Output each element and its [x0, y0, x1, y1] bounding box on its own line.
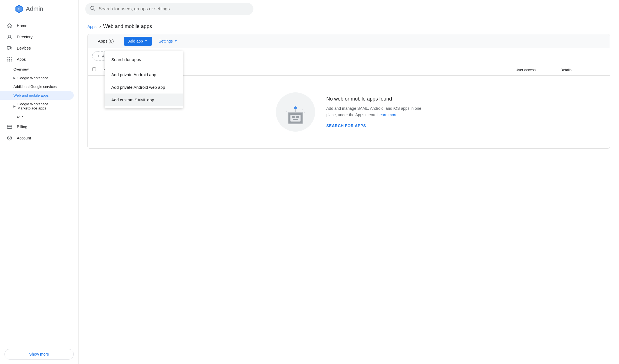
th-checkbox: [92, 67, 103, 72]
google-admin-logo: G: [15, 4, 24, 13]
home-label: Home: [17, 24, 27, 28]
svg-rect-4: [7, 46, 11, 49]
svg-line-20: [94, 9, 95, 11]
th-details: Details: [560, 68, 605, 72]
svg-rect-5: [10, 47, 12, 49]
sidebar-sub-web-mobile[interactable]: Web and mobile apps: [0, 91, 74, 100]
empty-text-block: No web or mobile apps found Add and mana…: [326, 96, 422, 128]
dropdown-item-android[interactable]: Add private Android app: [105, 68, 183, 81]
logo-area: G Admin: [15, 4, 43, 13]
home-icon: [7, 23, 12, 29]
svg-rect-15: [7, 125, 12, 129]
learn-more-link[interactable]: Learn more: [377, 113, 398, 117]
menu-icon[interactable]: [4, 6, 11, 12]
svg-text:G: G: [18, 7, 20, 11]
sidebar-header: G Admin: [0, 0, 78, 18]
svg-rect-10: [9, 59, 10, 60]
svg-point-31: [302, 109, 303, 110]
sidebar-item-account[interactable]: Account: [0, 132, 74, 144]
svg-rect-23: [290, 115, 301, 122]
select-all-checkbox[interactable]: [92, 67, 96, 71]
breadcrumb-apps-link[interactable]: Apps: [87, 24, 96, 29]
sidebar-sub-google-workspace[interactable]: ▶ Google Workspace: [0, 74, 74, 82]
svg-point-18: [9, 137, 10, 138]
svg-rect-24: [292, 116, 295, 118]
sidebar-sub-ldap[interactable]: LDAP: [0, 113, 74, 121]
add-app-dropdown: Search for apps Add private Android app …: [105, 51, 183, 108]
devices-label: Devices: [17, 46, 31, 50]
svg-rect-12: [8, 60, 8, 61]
apps-label: Apps: [17, 57, 26, 62]
directory-label: Directory: [17, 35, 33, 39]
logo-text: Admin: [26, 5, 43, 13]
svg-rect-14: [11, 60, 11, 61]
account-icon: [7, 135, 12, 141]
empty-description: Add and manage SAML, Android, and iOS ap…: [326, 105, 422, 118]
svg-rect-8: [11, 57, 11, 58]
sidebar-sub-overview[interactable]: Overview: [0, 65, 74, 74]
svg-rect-27: [295, 109, 296, 113]
sidebar-sub-marketplace[interactable]: ▶ Google Workspace Marketplace apps: [0, 100, 74, 113]
sidebar-item-devices[interactable]: Devices: [0, 43, 74, 54]
search-for-apps-button[interactable]: SEARCH FOR APPS: [326, 123, 366, 128]
svg-rect-6: [8, 57, 8, 58]
tabs-actions: Add app ▼ Settings ▼: [122, 34, 184, 48]
search-box: [85, 3, 253, 15]
search-icon: [90, 5, 95, 12]
th-user-access: User access: [516, 68, 560, 72]
svg-point-3: [9, 35, 11, 37]
svg-rect-13: [9, 60, 10, 61]
page-content: Apps > Web and mobile apps Apps (0) Add …: [78, 18, 619, 364]
tabs-row: Apps (0) Add app ▼ Settings ▼: [88, 34, 610, 48]
settings-chevron-icon: ▼: [174, 39, 177, 43]
apps-panel: Apps (0) Add app ▼ Settings ▼: [87, 34, 610, 149]
breadcrumb-current: Web and mobile apps: [103, 24, 152, 29]
empty-state-row: No web or mobile apps found Add and mana…: [276, 92, 422, 132]
sidebar-item-home[interactable]: Home: [0, 20, 74, 31]
sidebar: G Admin Home Directory: [0, 0, 78, 364]
breadcrumb-separator: >: [99, 24, 101, 29]
add-app-button[interactable]: Add app ▼: [124, 37, 152, 46]
empty-box-svg: [281, 98, 310, 126]
top-bar: [78, 0, 619, 18]
account-label: Account: [17, 136, 31, 140]
billing-icon: [7, 124, 12, 130]
settings-button[interactable]: Settings ▼: [154, 37, 182, 46]
search-input[interactable]: [99, 6, 249, 11]
svg-rect-26: [293, 119, 298, 120]
svg-rect-9: [8, 59, 8, 60]
apps-icon: [7, 57, 12, 62]
add-app-chevron-icon: ▼: [145, 39, 147, 43]
sidebar-nav: Home Directory Devices: [0, 18, 78, 346]
svg-point-19: [91, 6, 94, 10]
billing-label: Billing: [17, 125, 27, 129]
sidebar-item-apps[interactable]: Apps: [0, 54, 74, 65]
dropdown-item-android-web[interactable]: Add private Android web app: [105, 81, 183, 94]
svg-point-29: [286, 111, 287, 112]
directory-icon: [7, 34, 12, 40]
svg-point-28: [294, 106, 297, 109]
main-content: Apps > Web and mobile apps Apps (0) Add …: [78, 0, 619, 364]
svg-point-30: [304, 112, 305, 113]
empty-illustration: [276, 92, 315, 132]
sidebar-item-directory[interactable]: Directory: [0, 31, 74, 43]
dropdown-item-search[interactable]: Search for apps: [105, 53, 183, 66]
svg-rect-7: [9, 57, 10, 58]
tab-apps[interactable]: Apps (0): [92, 34, 119, 48]
sidebar-sub-additional-services[interactable]: Additional Google services: [0, 82, 74, 91]
show-more-button[interactable]: Show more: [4, 349, 74, 360]
sidebar-item-billing[interactable]: Billing: [0, 121, 74, 132]
breadcrumb: Apps > Web and mobile apps: [78, 18, 619, 34]
empty-title: No web or mobile apps found: [326, 96, 422, 102]
svg-rect-25: [296, 116, 299, 118]
devices-icon: [7, 45, 12, 51]
svg-rect-11: [11, 59, 11, 60]
filter-plus-icon: ＋: [96, 53, 100, 59]
dropdown-item-saml[interactable]: Add custom SAML app: [105, 94, 183, 106]
